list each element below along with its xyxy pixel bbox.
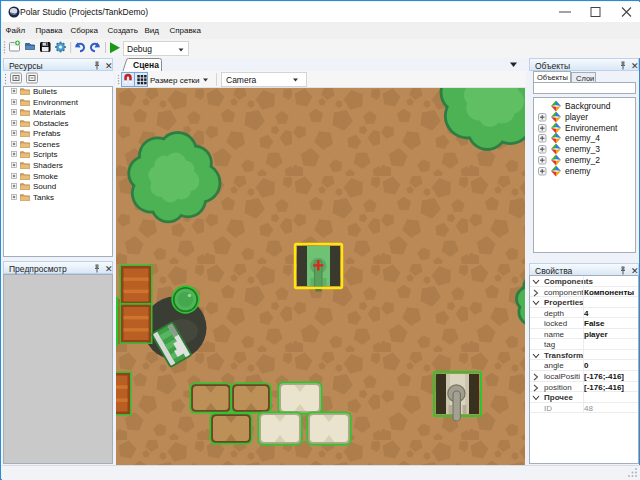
svg-text:Размер сетки: Размер сетки [150,76,200,85]
svg-text:Camera: Camera [226,75,257,85]
svg-text:Сцена: Сцена [133,60,159,70]
